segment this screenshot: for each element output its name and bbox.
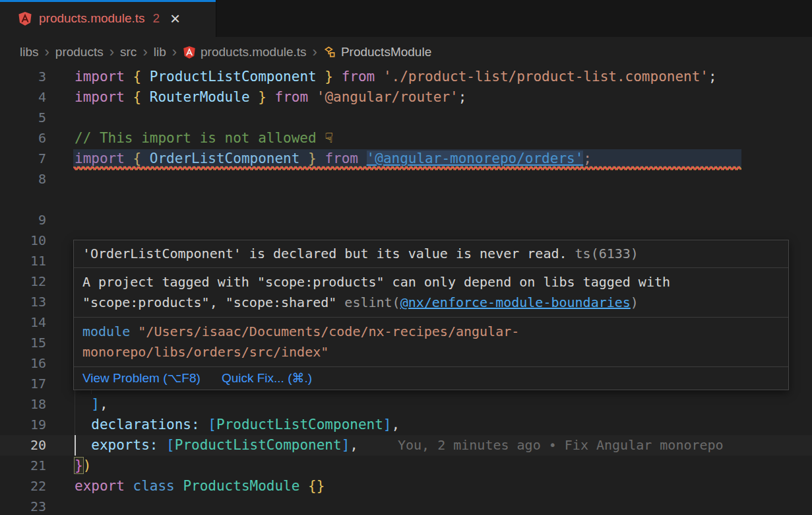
code-line-6[interactable]: 6// This import is not allowed ☟ [0, 128, 812, 149]
code-token: RouterModule [150, 89, 250, 105]
code-token: [ [166, 437, 175, 453]
line-content[interactable] [75, 210, 812, 230]
hover-message-section: module "/Users/isaac/Documents/code/nx-r… [74, 317, 788, 366]
breadcrumb-products[interactable]: products [55, 45, 104, 59]
line-number[interactable] [0, 189, 46, 210]
line-number[interactable]: 8 [0, 169, 46, 189]
class-symbol-icon [323, 46, 336, 59]
chevron-right-icon: › [109, 46, 114, 59]
code-token [175, 478, 183, 494]
active-tab-indicator [0, 0, 216, 2]
line-number[interactable]: 21 [0, 456, 46, 476]
git-blame-annotation: You, 2 minutes ago • Fix Angular monorep… [398, 437, 724, 453]
line-number[interactable]: 7 [0, 149, 46, 169]
code-token: ) [631, 294, 639, 310]
line-number[interactable]: 23 [0, 497, 46, 515]
code-line-18[interactable]: 18 ], [0, 394, 812, 415]
line-number[interactable]: 11 [0, 251, 46, 271]
line-number[interactable]: 12 [0, 271, 46, 292]
view-problem-link[interactable]: View Problem (⌥F8) [82, 371, 201, 386]
code-token: export [75, 478, 125, 494]
code-line-9[interactable]: 9 [0, 210, 812, 230]
breadcrumb-symbol[interactable]: ProductsModule [341, 45, 431, 59]
code-token: , [350, 437, 358, 453]
line-number[interactable]: 3 [0, 67, 46, 87]
code-line-8[interactable]: 8 [0, 169, 812, 189]
code-token: , [392, 417, 400, 432]
line-content[interactable]: }) [75, 456, 812, 476]
line-number[interactable]: 15 [0, 333, 46, 353]
line-content[interactable] [75, 169, 812, 189]
line-number[interactable]: 16 [0, 353, 46, 374]
code-token: // This import is not allowed [75, 130, 325, 146]
code-token [125, 89, 133, 105]
code-token: declarations: [91, 417, 199, 432]
code-line-7[interactable]: 7import { OrderListComponent } from '@an… [0, 149, 812, 169]
hover-message-line: module "/Users/isaac/Documents/code/nx-r… [82, 322, 780, 342]
code-token: ] [383, 417, 392, 432]
line-content[interactable]: import { ProductListComponent } from './… [75, 67, 812, 87]
chevron-right-icon: › [172, 46, 177, 59]
code-token: } [258, 89, 266, 105]
code-token: import [75, 89, 125, 105]
code-line-3[interactable]: 3import { ProductListComponent } from '.… [0, 67, 812, 87]
code-line-19[interactable]: 19 declarations: [ProductListComponent], [0, 415, 812, 435]
code-token: module [82, 324, 130, 339]
code-line-22[interactable]: 22export class ProductsModule {} [0, 476, 812, 497]
eslint-rule-link[interactable]: @nx/enforce-module-boundaries [400, 294, 631, 310]
quick-fix-link[interactable]: Quick Fix... (⌘.) [222, 371, 312, 386]
tab-bar-empty-space [216, 0, 812, 37]
breadcrumb-lib[interactable]: lib [154, 45, 166, 59]
tab-products-module[interactable]: products.module.ts 2 × [0, 0, 216, 37]
line-number[interactable]: 20 [0, 435, 46, 456]
tab-problem-count: 2 [153, 11, 160, 26]
code-token: ProductListComponent [175, 437, 342, 453]
hover-message-section: A project tagged with "scope:products" c… [74, 267, 788, 317]
code-token: {} [308, 478, 325, 494]
error-hover-popup: 'OrderListComponent' is declared but its… [73, 240, 789, 390]
line-number[interactable]: 4 [0, 87, 46, 108]
tab-bar: products.module.ts 2 × [0, 0, 812, 37]
code-token: "scope:products", "scope:shared" [82, 294, 344, 310]
breadcrumb-filename[interactable]: products.module.ts [201, 45, 307, 59]
line-content[interactable]: declarations: [ProductListComponent], [75, 415, 812, 435]
code-line-5[interactable]: 5 [0, 108, 812, 128]
line-content[interactable]: import { RouterModule } from '@angular/r… [75, 87, 812, 108]
code-line-23[interactable]: 23 [0, 497, 812, 515]
line-number[interactable]: 22 [0, 476, 46, 497]
line-number[interactable]: 5 [0, 108, 46, 128]
code-token: './product-list/product-list.component' [383, 69, 708, 85]
breadcrumb-src[interactable]: src [120, 45, 137, 59]
code-token: ] [342, 437, 350, 453]
line-content[interactable] [75, 497, 812, 515]
breadcrumb-libs[interactable]: libs [20, 45, 39, 59]
line-number[interactable]: 19 [0, 415, 46, 435]
indent-guide [75, 394, 75, 415]
code-token: ) [83, 458, 92, 473]
line-content[interactable]: ], [75, 394, 812, 415]
line-number[interactable]: 9 [0, 210, 46, 230]
code-token: { [133, 69, 142, 85]
code-token: '@angular/router' [317, 89, 458, 105]
code-token: monorepo/libs/orders/src/index" [82, 344, 328, 360]
line-content[interactable]: // This import is not allowed ☟ [75, 128, 812, 149]
code-token: ; [708, 69, 717, 85]
code-line-spacer[interactable] [0, 189, 812, 210]
code-line-20[interactable]: 20 exports: [ProductListComponent],You, … [0, 435, 812, 456]
line-number[interactable]: 17 [0, 374, 46, 394]
line-content[interactable] [75, 108, 812, 128]
close-icon[interactable]: × [170, 11, 180, 26]
line-content[interactable]: export class ProductsModule {} [75, 476, 812, 497]
code-line-21[interactable]: 21}) [0, 456, 812, 476]
line-number[interactable]: 14 [0, 312, 46, 333]
code-token [141, 89, 150, 105]
line-number[interactable]: 6 [0, 128, 46, 149]
line-content[interactable] [75, 189, 812, 210]
chevron-right-icon: › [313, 46, 317, 59]
line-number[interactable]: 13 [0, 292, 46, 312]
line-number[interactable]: 18 [0, 394, 46, 415]
line-content[interactable]: import { OrderListComponent } from '@ang… [75, 149, 812, 169]
line-number[interactable]: 10 [0, 230, 46, 251]
line-content[interactable]: exports: [ProductListComponent],You, 2 m… [75, 435, 812, 456]
code-line-4[interactable]: 4import { RouterModule } from '@angular/… [0, 87, 812, 108]
